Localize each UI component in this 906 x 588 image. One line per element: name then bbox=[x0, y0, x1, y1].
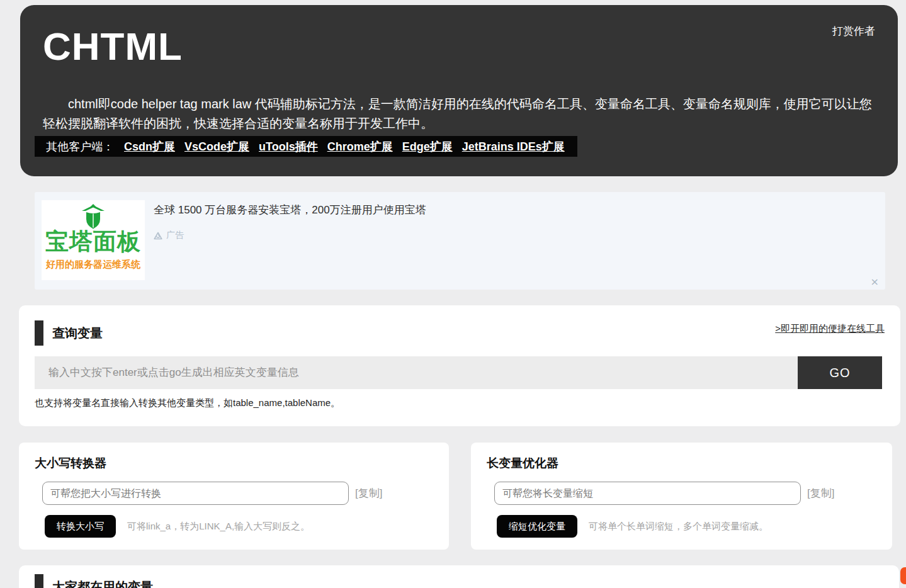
ad-label: 广告 bbox=[166, 230, 184, 241]
popular-variables-card: 大家都在用的变量 bbox=[19, 565, 899, 588]
clients-bar: 其他客户端： Csdn扩展 VsCode扩展 uTools插件 Chrome扩展… bbox=[35, 136, 577, 157]
floating-widget-icon[interactable] bbox=[900, 567, 906, 584]
ad-logo-box[interactable]: 宝塔面板 好用的服务器运维系统 bbox=[42, 200, 145, 280]
page-title: CHTML bbox=[43, 24, 183, 69]
site-description: chtml即code helper tag mark law 代码辅助标记方法，… bbox=[43, 94, 878, 133]
go-button[interactable]: GO bbox=[798, 356, 882, 389]
case-converter-hint: 可将link_a，转为LINK_A,输入大写则反之。 bbox=[127, 521, 310, 533]
shortener-title: 长变量优化器 bbox=[487, 455, 876, 472]
shortener-copy-link[interactable]: [复制] bbox=[807, 486, 834, 500]
query-heading: 查询变量 bbox=[52, 325, 103, 342]
shortener-hint: 可将单个长单词缩短，多个单词变量缩减。 bbox=[589, 521, 768, 533]
query-search-input[interactable] bbox=[35, 356, 798, 389]
ad-tag: 广告 bbox=[154, 230, 184, 241]
query-note: 也支持将变量名直接输入转换其他变量类型，如table_name,tableNam… bbox=[35, 397, 340, 409]
section-accent-bar bbox=[35, 574, 43, 588]
reward-author-link[interactable]: 打赏作者 bbox=[832, 24, 875, 38]
ad-choice-icon bbox=[154, 232, 162, 240]
query-variable-card: 查询变量 >即开即用的便捷在线工具 GO 也支持将变量名直接输入转换其他变量类型… bbox=[19, 305, 900, 426]
client-link-csdn[interactable]: Csdn扩展 bbox=[124, 139, 175, 154]
clients-label: 其他客户端： bbox=[46, 139, 114, 154]
shortener-card: 长变量优化器 [复制] 缩短优化变量 可将单个长单词缩短，多个单词变量缩减。 bbox=[471, 443, 892, 550]
case-converter-title: 大小写转换器 bbox=[35, 455, 433, 472]
case-converter-action-row: 转换大小写 可将link_a，转为LINK_A,输入大写则反之。 bbox=[45, 515, 433, 538]
shortener-action-row: 缩短优化变量 可将单个长单词缩短，多个单词变量缩减。 bbox=[497, 515, 876, 538]
client-link-vscode[interactable]: VsCode扩展 bbox=[184, 139, 249, 154]
online-tools-link[interactable]: >即开即用的便捷在线工具 bbox=[775, 323, 885, 335]
client-link-utools[interactable]: uTools插件 bbox=[259, 139, 318, 154]
ad-headline-link[interactable]: 全球 1500 万台服务器安装宝塔，200万注册用户使用宝塔 bbox=[154, 203, 426, 217]
popular-heading: 大家都在用的变量 bbox=[52, 579, 153, 588]
client-link-jetbrains[interactable]: JetBrains IDEs扩展 bbox=[462, 139, 565, 154]
case-converter-input-row: [复制] bbox=[42, 482, 433, 505]
convert-case-button[interactable]: 转换大小写 bbox=[45, 515, 116, 538]
case-converter-copy-link[interactable]: [复制] bbox=[355, 486, 382, 500]
case-converter-input[interactable] bbox=[42, 482, 349, 505]
case-converter-card: 大小写转换器 [复制] 转换大小写 可将link_a，转为LINK_A,输入大写… bbox=[19, 443, 449, 550]
ad-banner: 宝塔面板 好用的服务器运维系统 全球 1500 万台服务器安装宝塔，200万注册… bbox=[35, 192, 885, 290]
client-link-edge[interactable]: Edge扩展 bbox=[402, 139, 453, 154]
ad-close-icon[interactable]: × bbox=[871, 276, 879, 288]
section-accent-bar bbox=[35, 320, 43, 346]
baota-pagoda-icon bbox=[42, 204, 145, 229]
shortener-input[interactable] bbox=[494, 482, 801, 505]
client-link-chrome[interactable]: Chrome扩展 bbox=[327, 139, 393, 154]
search-row: GO bbox=[35, 356, 882, 389]
query-section-head: 查询变量 bbox=[35, 320, 103, 346]
hero-header: 打赏作者 CHTML chtml即code helper tag mark la… bbox=[20, 5, 898, 176]
ad-logo-subtitle: 好用的服务器运维系统 bbox=[42, 259, 145, 271]
shortener-input-row: [复制] bbox=[494, 482, 876, 505]
ad-logo-title: 宝塔面板 bbox=[42, 229, 145, 254]
shorten-variable-button[interactable]: 缩短优化变量 bbox=[497, 515, 577, 538]
popular-section-head: 大家都在用的变量 bbox=[35, 574, 153, 588]
